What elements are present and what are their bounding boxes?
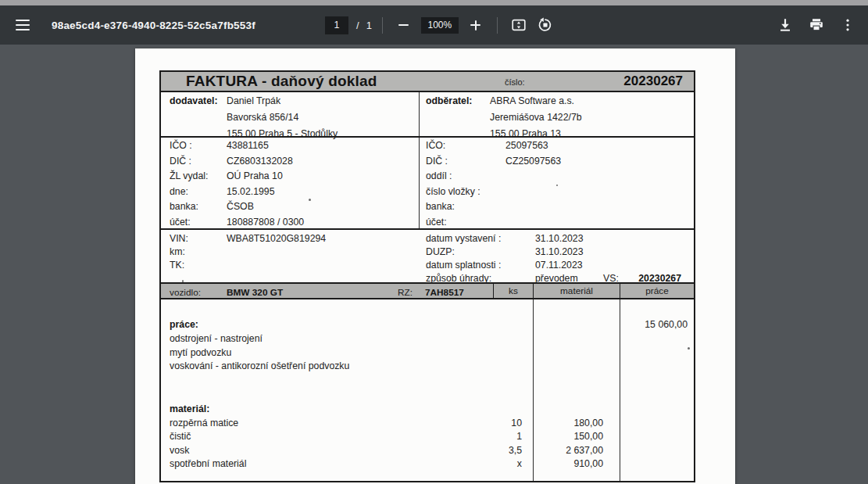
zoom-in-icon xyxy=(470,20,480,30)
material-name: vosk xyxy=(161,444,485,458)
rz-value: 7AH8517 xyxy=(425,285,464,300)
page-number-input[interactable] xyxy=(325,16,348,34)
date-value: 31.10.2023 xyxy=(535,246,584,257)
customer-details: IČO: 25097563 DIČ : CZ25097563 oddíl : č… xyxy=(420,138,694,228)
detail-label: DIČ : xyxy=(426,156,448,167)
date-value: 07.11.2023 xyxy=(535,260,583,271)
details-section: IČO : 43881165 DIČ : CZ6803132028 ŽL vyd… xyxy=(161,138,694,230)
zoom-level-display[interactable]: 100% xyxy=(421,17,459,34)
items-section: práce: 15 060,00 odstrojení - nastrojení… xyxy=(161,299,694,481)
vehicle-label: vozidlo: xyxy=(170,285,201,300)
customer-name: ABRA Software a.s. xyxy=(490,95,574,106)
supplier-block: dodavatel: Daniel Trpák Bavorská 856/14 … xyxy=(161,92,420,136)
print-icon xyxy=(808,16,825,34)
vin-label: VIN: xyxy=(170,233,188,244)
rotate-counterclockwise-icon xyxy=(537,16,554,34)
detail-label: banka: xyxy=(426,201,455,212)
vin-value: WBA8T51020G819294 xyxy=(227,233,326,244)
customer-label: odběratel: xyxy=(426,95,472,106)
date-label: datum splatnosti : xyxy=(426,260,501,271)
material-row: spotřební materiál x 910,00 xyxy=(161,457,694,471)
material-row: čistič 1 150,00 xyxy=(161,430,694,444)
material-label: materiál: xyxy=(161,403,694,417)
work-item: voskování - antikorozní ošetření podvozk… xyxy=(161,360,694,374)
print-button[interactable] xyxy=(805,14,827,36)
material-amount: 910,00 xyxy=(534,457,620,471)
detail-value: ČSOB xyxy=(227,201,254,212)
detail-value: OÚ Praha 10 xyxy=(227,170,283,181)
toolbar-left: 98ae5cd4-e376-4940-8225-52c5a7fb553f xyxy=(0,14,255,36)
column-header-prace: práce xyxy=(620,284,694,299)
window-top-edge xyxy=(0,0,868,5)
toolbar-divider xyxy=(497,17,498,34)
detail-label: banka: xyxy=(170,201,198,212)
column-header-material: materiál xyxy=(534,284,620,299)
more-options-button[interactable] xyxy=(837,14,859,36)
date-label: datum vystavení : xyxy=(426,233,501,244)
invoice-number-label: číslo: xyxy=(505,77,525,87)
page-total: 1 xyxy=(366,20,372,31)
zoom-out-icon xyxy=(398,24,409,26)
supplier-street: Bavorská 856/14 xyxy=(227,112,298,123)
rotate-button[interactable] xyxy=(534,14,556,36)
scan-speck xyxy=(309,199,311,201)
download-icon xyxy=(777,16,794,34)
material-name: spotřební materiál xyxy=(161,457,485,471)
detail-label: číslo vložky : xyxy=(426,186,480,197)
material-name: čistič xyxy=(161,430,485,444)
detail-label: DIČ : xyxy=(170,156,191,167)
km-label: km: xyxy=(170,246,185,257)
pdf-viewer-window: 98ae5cd4-e376-4940-8225-52c5a7fb553f / 1… xyxy=(0,0,868,484)
page-separator: / xyxy=(356,20,359,31)
date-label: DUZP: xyxy=(426,246,455,257)
vehicle-cell: vozidlo: BMW 320 GT RZ: 7AH8517 xyxy=(161,284,493,299)
material-qty: 1 xyxy=(485,430,534,444)
supplier-details: IČO : 43881165 DIČ : CZ6803132028 ŽL vyd… xyxy=(161,138,420,228)
menu-button[interactable] xyxy=(12,14,34,36)
invoice-header: FAKTURA - daňový doklad číslo: 20230267 xyxy=(161,72,694,92)
detail-value: 180887808 / 0300 xyxy=(227,217,304,228)
invoice-table: FAKTURA - daňový doklad číslo: 20230267 … xyxy=(159,70,695,482)
material-block: materiál: rozpěrná matice 10 180,00 čist… xyxy=(161,403,694,471)
zoom-out-button[interactable] xyxy=(393,14,415,36)
material-amount: 180,00 xyxy=(534,417,620,431)
vehicle-name: BMW 320 GT xyxy=(227,285,283,300)
work-block: práce: 15 060,00 odstrojení - nastrojení… xyxy=(161,318,694,374)
material-qty: 3,5 xyxy=(485,444,534,458)
invoice-title: FAKTURA - daňový doklad xyxy=(186,73,377,90)
material-name: rozpěrná matice xyxy=(161,417,485,431)
menu-icon xyxy=(16,20,30,30)
vehicle-header-row: vozidlo: BMW 320 GT RZ: 7AH8517 ks mater… xyxy=(161,284,694,299)
material-row: rozpěrná matice 10 180,00 xyxy=(161,417,694,431)
supplier-label: dodavatel: xyxy=(170,95,218,106)
detail-label: účet: xyxy=(426,217,447,228)
scan-speck xyxy=(556,185,558,186)
zoom-in-button[interactable] xyxy=(465,14,487,36)
material-qty: x xyxy=(485,457,534,471)
detail-label: IČO : xyxy=(170,140,192,151)
pdf-toolbar: 98ae5cd4-e376-4940-8225-52c5a7fb553f / 1… xyxy=(0,5,868,45)
detail-label: účet: xyxy=(170,217,191,228)
tk-label: TK: xyxy=(170,260,184,271)
fit-to-page-button[interactable] xyxy=(508,14,530,36)
payment-method-value: převodem xyxy=(535,273,578,284)
zoom-level-value: 100% xyxy=(428,20,452,30)
download-button[interactable] xyxy=(774,14,796,36)
column-header-ks: ks xyxy=(493,284,534,299)
material-amount: 2 637,00 xyxy=(534,444,620,458)
pdf-page: FAKTURA - daňový doklad číslo: 20230267 … xyxy=(135,48,735,484)
date-value: 31.10.2023 xyxy=(535,233,584,244)
toolbar-divider xyxy=(382,17,383,34)
vs-value: 20230267 xyxy=(638,273,681,284)
work-label: práce: xyxy=(161,318,485,332)
material-qty: 10 xyxy=(485,417,534,431)
vin-dates-section: VIN: WBA8T51020G819294 km: TK: datum vys… xyxy=(161,230,694,284)
supplier-name: Daniel Trpák xyxy=(227,95,280,106)
customer-block: odběratel: ABRA Software a.s. Jeremiášov… xyxy=(420,92,694,136)
vs-label: VS: xyxy=(603,273,619,284)
invoice-number: 20230267 xyxy=(623,73,683,89)
detail-label: dne: xyxy=(170,186,188,197)
detail-label: oddíl : xyxy=(426,170,452,181)
customer-street: Jeremiášova 1422/7b xyxy=(490,112,582,123)
work-item: odstrojení - nastrojení xyxy=(161,332,694,346)
